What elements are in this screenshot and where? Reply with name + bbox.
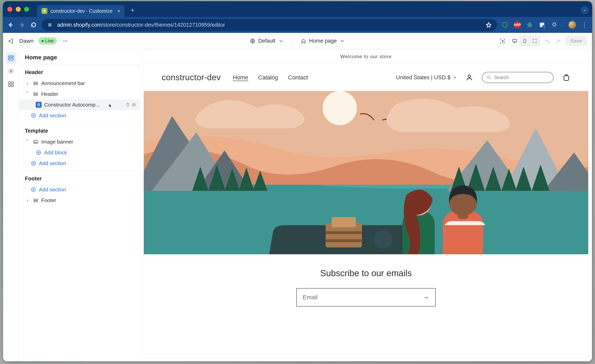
shield-extension-icon[interactable] (501, 21, 509, 29)
save-button[interactable]: Save (565, 36, 587, 46)
nav-contact[interactable]: Contact (288, 74, 308, 81)
add-section-template[interactable]: Add section (19, 158, 140, 169)
svg-rect-13 (8, 58, 13, 60)
chrome-menu-button[interactable]: ⋮ (581, 21, 588, 29)
redo-button[interactable] (554, 36, 563, 46)
account-icon[interactable] (466, 74, 473, 81)
svg-point-1 (50, 24, 51, 25)
image-icon (33, 139, 39, 145)
add-section-footer[interactable]: Add section (19, 184, 140, 195)
extensions-menu-icon[interactable] (551, 21, 558, 29)
browser-tab[interactable]: S constructor-dev · Customize × (37, 5, 125, 17)
svg-point-34 (488, 76, 490, 78)
site-info-icon[interactable] (46, 21, 53, 28)
theme-settings-rail-button[interactable] (5, 65, 16, 77)
minimize-window-button[interactable] (16, 7, 21, 12)
image-banner (144, 91, 588, 254)
extension-with-badge-icon[interactable]: 1 (538, 21, 545, 29)
back-button[interactable] (7, 21, 14, 29)
cart-icon[interactable] (562, 73, 570, 81)
home-icon (300, 38, 306, 44)
add-section-header[interactable]: Add section (19, 110, 140, 121)
profile-avatar[interactable] (568, 21, 576, 29)
submit-arrow-icon[interactable]: → (423, 293, 429, 301)
react-devtools-icon[interactable] (526, 21, 533, 29)
trash-icon[interactable] (126, 102, 130, 107)
store-name[interactable]: constructor-dev (162, 73, 221, 82)
sidebar-title: Home page (25, 54, 134, 61)
search-icon (487, 75, 491, 80)
topbar-right: Save (498, 36, 587, 47)
country-label: United States | USD $ (396, 74, 450, 81)
svg-rect-20 (34, 84, 38, 85)
browser-window: S constructor-dev · Customize × + admin.… (3, 1, 592, 362)
forward-button[interactable] (19, 21, 26, 29)
banner-illustration (144, 91, 588, 254)
add-block[interactable]: Add block (19, 147, 140, 158)
inspector-button[interactable] (498, 36, 507, 46)
chevron-right-icon: › (25, 197, 30, 204)
country-selector[interactable]: United States | USD $ (396, 74, 457, 81)
new-tab-button[interactable]: + (131, 7, 135, 14)
svg-rect-17 (8, 85, 10, 87)
gear-icon (8, 68, 14, 74)
maximize-window-button[interactable] (24, 7, 29, 12)
editor-body: Home page Header › Announcement bar › He… (3, 49, 592, 361)
svg-rect-42 (326, 239, 362, 242)
preset-label: Default (258, 38, 275, 44)
page-selector[interactable]: Home page (298, 36, 348, 46)
shopify-favicon-icon: S (42, 8, 47, 14)
desktop-preview-button[interactable] (510, 36, 519, 46)
undo-button[interactable] (542, 36, 552, 46)
extensions: ABP 1 ⋮ (501, 21, 588, 29)
email-label: Email (303, 294, 318, 301)
arrow-left-icon (7, 22, 14, 28)
preset-selector[interactable]: Default (247, 36, 287, 46)
fullscreen-icon (532, 39, 537, 43)
sidebar-group-header: Header (19, 65, 140, 78)
separator (563, 21, 563, 29)
sidebar-item-announcement-bar[interactable]: › Announcement bar (19, 78, 140, 89)
svg-rect-9 (513, 39, 517, 42)
editor-topbar: Dawn Live ··· Default Home page (3, 33, 592, 49)
reload-button[interactable] (30, 21, 37, 29)
sidebar-item-label: Header (41, 91, 136, 97)
sidebar-item-header[interactable]: › Header (19, 89, 140, 99)
svg-point-0 (49, 23, 50, 24)
email-input[interactable]: Email → (296, 288, 436, 307)
close-window-button[interactable] (7, 7, 12, 12)
tab-close-icon[interactable]: × (117, 8, 120, 14)
eye-icon[interactable] (131, 102, 136, 107)
svg-rect-16 (11, 82, 13, 84)
nav-catalog[interactable]: Catalog (258, 74, 278, 81)
tabs-dropdown-button[interactable] (581, 6, 589, 14)
bookmark-button[interactable] (485, 21, 492, 29)
omnibox[interactable]: admin.shopify.com/store/constructor-dev/… (42, 19, 497, 31)
fullscreen-preview-button[interactable] (530, 36, 539, 46)
app-embeds-rail-button[interactable] (5, 79, 16, 90)
svg-point-45 (458, 214, 468, 219)
sections-rail-button[interactable] (5, 52, 16, 64)
svg-point-11 (524, 42, 525, 43)
more-actions-button[interactable]: ··· (62, 37, 69, 45)
preview-canvas[interactable]: Welcome to our store constructor-dev Hom… (144, 49, 588, 358)
url-host: admin.shopify.com (57, 22, 102, 28)
sidebar-item-footer[interactable]: › Footer (19, 195, 140, 206)
sidebar-block-constructor-autocomplete[interactable]: Constructor Autocomp... (19, 99, 140, 110)
mobile-preview-button[interactable] (520, 36, 530, 46)
plus-circle-icon (30, 113, 36, 119)
sidebar-item-image-banner[interactable]: › Image banner (19, 136, 140, 147)
sections-icon (8, 55, 14, 61)
search-input[interactable]: Search (482, 72, 553, 83)
adblock-extension-icon[interactable]: ABP (514, 21, 521, 29)
app-block-icon (36, 102, 42, 108)
shopify-editor: Dawn Live ··· Default Home page (3, 33, 592, 361)
url-text: admin.shopify.com/store/constructor-dev/… (57, 22, 225, 28)
window-controls (7, 7, 29, 12)
block-actions (126, 102, 136, 107)
exit-editor-button[interactable] (8, 38, 14, 44)
subscribe-heading: Subscribe to our emails (144, 268, 588, 278)
nav-home[interactable]: Home (233, 74, 248, 81)
sidebar-item-label: Announcement bar (41, 80, 136, 86)
chevron-right-icon: › (25, 80, 30, 86)
